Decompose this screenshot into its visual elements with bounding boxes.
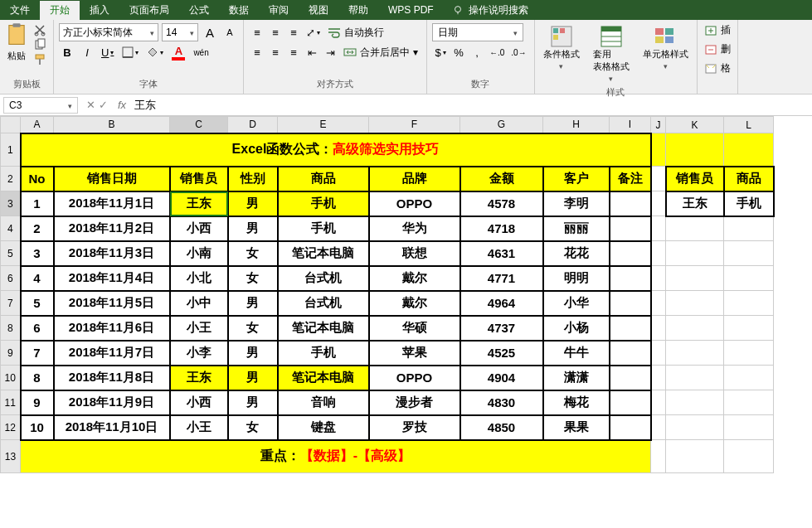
cell-amount[interactable]: 4771 xyxy=(460,266,543,291)
cell-no[interactable]: 8 xyxy=(21,366,54,390)
cell-product[interactable]: 手机 xyxy=(278,191,369,216)
align-center-button[interactable]: ≡ xyxy=(267,43,284,61)
align-bottom-button[interactable]: ≡ xyxy=(285,23,302,41)
cell-remark[interactable] xyxy=(610,415,651,440)
col-header-K[interactable]: K xyxy=(666,117,724,133)
cell-brand[interactable]: OPPO xyxy=(369,191,460,216)
cell-amount[interactable]: 4850 xyxy=(460,415,543,440)
cell-amount[interactable]: 4964 xyxy=(460,291,543,316)
cell-date[interactable]: 2018年11月10日 xyxy=(54,415,170,440)
cell-remark[interactable] xyxy=(610,366,651,390)
cut-icon[interactable] xyxy=(33,23,46,36)
cell-amount[interactable]: 4578 xyxy=(460,191,543,216)
currency-button[interactable]: $▾ xyxy=(432,43,449,61)
number-format-select[interactable]: 日期 xyxy=(432,23,523,41)
cell-customer[interactable]: 小华 xyxy=(543,291,610,316)
col-header-F[interactable]: F xyxy=(369,117,460,133)
cell-sales[interactable]: 王东 xyxy=(170,191,228,216)
cell-brand[interactable]: 苹果 xyxy=(369,341,460,366)
row-header-6[interactable]: 6 xyxy=(1,266,21,291)
format-as-table-button[interactable]: 套用 表格格式 xyxy=(590,22,633,86)
cell-brand[interactable]: 戴尔 xyxy=(369,266,460,291)
row-header-13[interactable]: 13 xyxy=(1,440,21,473)
cell-remark[interactable] xyxy=(610,191,651,216)
cell-product[interactable]: 笔记本电脑 xyxy=(278,366,369,390)
copy-icon[interactable] xyxy=(33,38,46,51)
tab-帮助[interactable]: 帮助 xyxy=(338,1,378,20)
cell-brand[interactable]: OPPO xyxy=(369,366,460,390)
cell-product[interactable]: 台式机 xyxy=(278,266,369,291)
cell-gender[interactable]: 男 xyxy=(228,390,278,415)
cell-brand[interactable]: 联想 xyxy=(369,241,460,266)
row-header-2[interactable]: 2 xyxy=(1,167,21,191)
phonetic-button[interactable]: wén xyxy=(191,43,211,61)
row-header-10[interactable]: 10 xyxy=(1,366,21,390)
spreadsheet[interactable]: ABCDEFGHIJKL1Excel函数公式：高级筛选实用技巧2No销售日期销售… xyxy=(0,116,812,473)
cell-date[interactable]: 2018年11月1日 xyxy=(54,191,170,216)
cell-gender[interactable]: 男 xyxy=(228,291,278,316)
row-header-11[interactable]: 11 xyxy=(1,390,21,415)
cell-product[interactable]: 台式机 xyxy=(278,291,369,316)
fx-confirm-button[interactable]: ✓ xyxy=(99,99,108,111)
cell-date[interactable]: 2018年11月6日 xyxy=(54,316,170,341)
cell-brand[interactable]: 罗技 xyxy=(369,415,460,440)
cell-amount[interactable]: 4718 xyxy=(460,216,543,241)
cell-no[interactable]: 9 xyxy=(21,390,54,415)
cell-remark[interactable] xyxy=(610,291,651,316)
tab-数据[interactable]: 数据 xyxy=(219,1,259,20)
cell-no[interactable]: 2 xyxy=(21,216,54,241)
col-header-J[interactable]: J xyxy=(651,117,666,133)
conditional-format-button[interactable]: 条件格式 xyxy=(540,22,583,86)
cell-customer[interactable]: 李明 xyxy=(543,191,610,216)
criteria-value[interactable]: 王东 xyxy=(666,191,724,216)
fill-color-button[interactable]: ▾ xyxy=(144,43,166,61)
delete-cells-button[interactable]: 删 xyxy=(703,41,732,58)
cell-customer[interactable]: 果果 xyxy=(543,415,610,440)
cell-sales[interactable]: 小西 xyxy=(170,390,228,415)
cell-sales[interactable]: 小王 xyxy=(170,415,228,440)
cell-remark[interactable] xyxy=(610,390,651,415)
cell-amount[interactable]: 4631 xyxy=(460,241,543,266)
comma-button[interactable]: , xyxy=(469,43,485,61)
cell-date[interactable]: 2018年11月2日 xyxy=(54,216,170,241)
cell-gender[interactable]: 男 xyxy=(228,366,278,390)
cell-gender[interactable]: 男 xyxy=(228,191,278,216)
indent-decrease-button[interactable]: ⇤ xyxy=(304,43,320,61)
tab-WPS PDF[interactable]: WPS PDF xyxy=(378,2,444,18)
cell-remark[interactable] xyxy=(610,216,651,241)
tab-页面布局[interactable]: 页面布局 xyxy=(119,1,179,20)
formula-input[interactable] xyxy=(131,97,812,114)
increase-decimal-button[interactable]: ←.0 xyxy=(487,43,507,61)
italic-button[interactable]: I xyxy=(79,43,95,61)
underline-button[interactable]: U▾ xyxy=(99,43,116,61)
indent-increase-button[interactable]: ⇥ xyxy=(322,43,338,61)
col-header-G[interactable]: G xyxy=(460,117,543,133)
tab-开始[interactable]: 开始 xyxy=(40,1,80,20)
cell-remark[interactable] xyxy=(610,316,651,341)
name-box[interactable]: C3 xyxy=(3,97,78,114)
increase-font-button[interactable]: A xyxy=(202,23,218,41)
tab-审阅[interactable]: 审阅 xyxy=(259,1,299,20)
row-header-7[interactable]: 7 xyxy=(1,291,21,316)
cell-customer[interactable]: 明明 xyxy=(543,266,610,291)
col-header-C[interactable]: C xyxy=(170,117,228,133)
cell-product[interactable]: 手机 xyxy=(278,216,369,241)
col-header-B[interactable]: B xyxy=(54,117,170,133)
fx-cancel-button[interactable]: ✕ xyxy=(86,99,95,111)
decrease-font-button[interactable]: A xyxy=(221,23,238,41)
cell-gender[interactable]: 男 xyxy=(228,341,278,366)
cell-no[interactable]: 1 xyxy=(21,191,54,216)
cell-no[interactable]: 7 xyxy=(21,341,54,366)
tab-插入[interactable]: 插入 xyxy=(80,1,119,20)
cell-brand[interactable]: 华为 xyxy=(369,216,460,241)
cell-product[interactable]: 手机 xyxy=(278,341,369,366)
select-all-corner[interactable] xyxy=(1,117,21,133)
bold-button[interactable]: B xyxy=(59,43,75,61)
cell-sales[interactable]: 小李 xyxy=(170,341,228,366)
cell-product[interactable]: 键盘 xyxy=(278,415,369,440)
cell-date[interactable]: 2018年11月4日 xyxy=(54,266,170,291)
cell-no[interactable]: 4 xyxy=(21,266,54,291)
col-header-A[interactable]: A xyxy=(21,117,54,133)
cell-amount[interactable]: 4830 xyxy=(460,390,543,415)
align-left-button[interactable]: ≡ xyxy=(249,43,265,61)
